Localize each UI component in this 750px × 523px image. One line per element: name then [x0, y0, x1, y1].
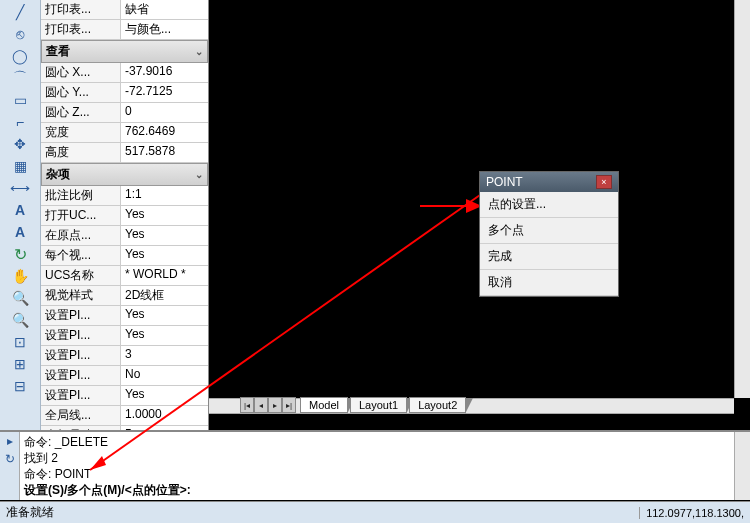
cmd-icon[interactable]: ↻: [2, 452, 18, 468]
tab-nav-first-icon[interactable]: |◂: [240, 397, 254, 413]
prop-row[interactable]: 设置PI...Yes: [41, 326, 208, 346]
tool-circle-icon[interactable]: ◯: [10, 46, 30, 66]
prop-row[interactable]: 在原点...Yes: [41, 226, 208, 246]
tool-line-icon[interactable]: ╱: [10, 2, 30, 22]
tool-mirror-icon[interactable]: ⎋: [10, 24, 30, 44]
tool-pan-icon[interactable]: ✋: [10, 266, 30, 286]
prop-val[interactable]: 缺省: [121, 0, 208, 19]
cmd-prompt[interactable]: 设置(S)/多个点(M)/<点的位置>:: [24, 482, 730, 498]
prop-row[interactable]: 圆心 X...-37.9016: [41, 63, 208, 83]
properties-panel: 打印表...缺省 打印表...与颜色... 查看⌄ 圆心 X...-37.901…: [41, 0, 209, 430]
prop-row[interactable]: UCS名称* WORLD *: [41, 266, 208, 286]
prop-row[interactable]: 设置PI...Yes: [41, 306, 208, 326]
layout-tabs: |◂ ◂ ▸ ▸| Model Layout1 Layout2: [240, 395, 468, 415]
prop-val[interactable]: 与颜色...: [121, 20, 208, 39]
popup-item-done[interactable]: 完成: [480, 244, 618, 270]
tool-zoom-window-icon[interactable]: ⊡: [10, 332, 30, 352]
prop-key: 打印表...: [41, 0, 121, 19]
tool-text-icon[interactable]: A: [10, 200, 30, 220]
tab-layout2[interactable]: Layout2: [409, 397, 466, 413]
tool-palette-left: ╱ ⎋ ◯ ⌒ ▭ ⌐ ✥ ▦ ⟷ A A ↻ ✋ 🔍 🔍 ⊡ ⊞ ⊟: [0, 0, 41, 430]
tool-hatch-icon[interactable]: ▦: [10, 156, 30, 176]
tool-zoom-extents-icon[interactable]: ⊞: [10, 354, 30, 374]
tool-arc-icon[interactable]: ⌒: [10, 68, 30, 88]
tab-layout1[interactable]: Layout1: [350, 397, 407, 413]
popup-item-settings[interactable]: 点的设置...: [480, 192, 618, 218]
prop-row[interactable]: 高度517.5878: [41, 143, 208, 163]
tab-nav-next-icon[interactable]: ▸: [268, 397, 282, 413]
cmd-line: 命令: _DELETE: [24, 434, 730, 450]
cmd-icon[interactable]: ▸: [2, 434, 18, 450]
status-bar: 准备就绪 112.0977,118.1300,: [0, 501, 750, 523]
command-log[interactable]: 命令: _DELETE 找到 2 命令: POINT 设置(S)/多个点(M)/…: [20, 432, 734, 500]
cmd-line: 命令: POINT: [24, 466, 730, 482]
point-popup: POINT × 点的设置... 多个点 完成 取消: [479, 171, 619, 297]
section-misc[interactable]: 杂项⌄: [41, 163, 208, 186]
prop-row[interactable]: 设置PI...Yes: [41, 386, 208, 406]
tab-nav-last-icon[interactable]: ▸|: [282, 397, 296, 413]
prop-row[interactable]: 打印表...与颜色...: [41, 20, 208, 40]
prop-row[interactable]: 设置PI...No: [41, 366, 208, 386]
cmd-line: 找到 2: [24, 450, 730, 466]
status-coordinates: 112.0977,118.1300,: [639, 507, 744, 519]
prop-row[interactable]: 圆心 Z...0: [41, 103, 208, 123]
tool-zoom-in-icon[interactable]: 🔍: [10, 288, 30, 308]
tool-zoom-out-icon[interactable]: 🔍: [10, 310, 30, 330]
tab-model[interactable]: Model: [300, 397, 348, 413]
popup-titlebar[interactable]: POINT ×: [480, 172, 618, 192]
tool-refresh-icon[interactable]: ↻: [10, 244, 30, 264]
command-toolbar: ▸ ↻: [0, 432, 20, 500]
chevron-icon: ⌄: [195, 46, 203, 57]
prop-row[interactable]: 设置PI...3: [41, 346, 208, 366]
prop-row[interactable]: 全局线...1.0000: [41, 406, 208, 426]
prop-row[interactable]: 打开UC...Yes: [41, 206, 208, 226]
chevron-icon: ⌄: [195, 169, 203, 180]
prop-row[interactable]: 宽度762.6469: [41, 123, 208, 143]
tool-zoom-all-icon[interactable]: ⊟: [10, 376, 30, 396]
prop-row[interactable]: 圆心 Y...-72.7125: [41, 83, 208, 103]
section-view[interactable]: 查看⌄: [41, 40, 208, 63]
tool-rect-icon[interactable]: ▭: [10, 90, 30, 110]
command-area: ▸ ↻ 命令: _DELETE 找到 2 命令: POINT 设置(S)/多个点…: [0, 430, 750, 500]
popup-item-cancel[interactable]: 取消: [480, 270, 618, 296]
popup-item-multiple[interactable]: 多个点: [480, 218, 618, 244]
command-scrollbar[interactable]: [734, 432, 750, 500]
popup-title: POINT: [486, 175, 523, 189]
prop-key: 打印表...: [41, 20, 121, 39]
prop-row[interactable]: 批注比例1:1: [41, 186, 208, 206]
prop-row[interactable]: 每个视...Yes: [41, 246, 208, 266]
prop-row[interactable]: 视觉样式2D线框: [41, 286, 208, 306]
tool-move-icon[interactable]: ✥: [10, 134, 30, 154]
tab-nav-prev-icon[interactable]: ◂: [254, 397, 268, 413]
status-ready: 准备就绪: [6, 504, 54, 521]
close-icon[interactable]: ×: [596, 175, 612, 189]
tool-dim-icon[interactable]: ⟷: [10, 178, 30, 198]
tool-fillet-icon[interactable]: ⌐: [10, 112, 30, 132]
tool-mtext-icon[interactable]: A: [10, 222, 30, 242]
vertical-scrollbar[interactable]: [734, 0, 750, 398]
prop-row[interactable]: 打印表...缺省: [41, 0, 208, 20]
